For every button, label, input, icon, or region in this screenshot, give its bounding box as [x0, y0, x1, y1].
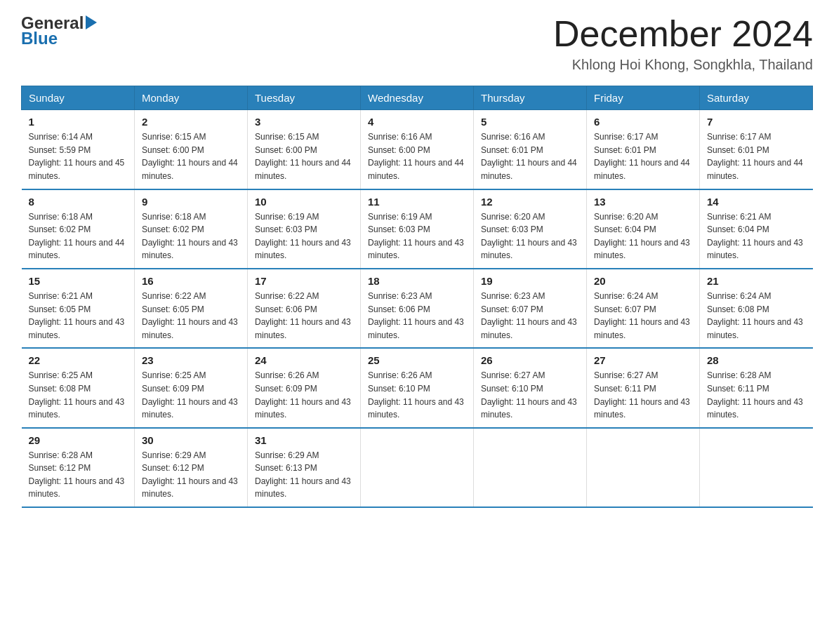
- day-info: Sunrise: 6:23 AMSunset: 6:07 PMDaylight:…: [481, 290, 579, 342]
- calendar-cell: 24 Sunrise: 6:26 AMSunset: 6:09 PMDaylig…: [248, 348, 361, 427]
- header-wednesday: Wednesday: [361, 86, 474, 110]
- week-row-3: 15 Sunrise: 6:21 AMSunset: 6:05 PMDaylig…: [22, 269, 813, 348]
- day-number: 13: [594, 196, 692, 208]
- header-sunday: Sunday: [22, 86, 135, 110]
- day-info: Sunrise: 6:24 AMSunset: 6:07 PMDaylight:…: [594, 290, 692, 342]
- day-number: 23: [142, 354, 240, 366]
- calendar-cell: 13 Sunrise: 6:20 AMSunset: 6:04 PMDaylig…: [587, 189, 700, 269]
- day-number: 31: [255, 434, 353, 446]
- day-info: Sunrise: 6:27 AMSunset: 6:11 PMDaylight:…: [594, 369, 692, 421]
- calendar-cell: 17 Sunrise: 6:22 AMSunset: 6:06 PMDaylig…: [248, 269, 361, 348]
- calendar-cell: 4 Sunrise: 6:16 AMSunset: 6:00 PMDayligh…: [361, 110, 474, 189]
- day-info: Sunrise: 6:20 AMSunset: 6:04 PMDaylight:…: [594, 210, 692, 262]
- day-number: 10: [255, 196, 353, 208]
- day-number: 29: [29, 434, 128, 446]
- day-info: Sunrise: 6:22 AMSunset: 6:06 PMDaylight:…: [255, 290, 353, 342]
- day-number: 11: [368, 196, 466, 208]
- calendar-cell: 21 Sunrise: 6:24 AMSunset: 6:08 PMDaylig…: [700, 269, 813, 348]
- week-row-5: 29 Sunrise: 6:28 AMSunset: 6:12 PMDaylig…: [22, 428, 813, 507]
- day-number: 12: [481, 196, 579, 208]
- calendar-cell: [700, 428, 813, 507]
- calendar-cell: [361, 428, 474, 507]
- header-tuesday: Tuesday: [248, 86, 361, 110]
- title-block: December 2024 Khlong Hoi Khong, Songkhla…: [553, 14, 813, 73]
- calendar-table: SundayMondayTuesdayWednesdayThursdayFrid…: [21, 86, 813, 508]
- day-info: Sunrise: 6:17 AMSunset: 6:01 PMDaylight:…: [707, 130, 806, 182]
- day-number: 9: [142, 196, 240, 208]
- calendar-cell: 25 Sunrise: 6:26 AMSunset: 6:10 PMDaylig…: [361, 348, 474, 427]
- calendar-header-row: SundayMondayTuesdayWednesdayThursdayFrid…: [22, 86, 813, 110]
- day-info: Sunrise: 6:29 AMSunset: 6:13 PMDaylight:…: [255, 449, 353, 501]
- day-number: 27: [594, 354, 692, 366]
- calendar-cell: 11 Sunrise: 6:19 AMSunset: 6:03 PMDaylig…: [361, 189, 474, 269]
- location: Khlong Hoi Khong, Songkhla, Thailand: [553, 57, 813, 73]
- calendar-cell: 20 Sunrise: 6:24 AMSunset: 6:07 PMDaylig…: [587, 269, 700, 348]
- day-number: 16: [142, 275, 240, 287]
- calendar-cell: 23 Sunrise: 6:25 AMSunset: 6:09 PMDaylig…: [135, 348, 248, 427]
- day-info: Sunrise: 6:28 AMSunset: 6:12 PMDaylight:…: [29, 449, 128, 501]
- logo-blue-text: Blue: [21, 29, 97, 48]
- calendar-cell: 15 Sunrise: 6:21 AMSunset: 6:05 PMDaylig…: [22, 269, 135, 348]
- svg-marker-0: [86, 15, 97, 29]
- day-number: 17: [255, 275, 353, 287]
- day-info: Sunrise: 6:15 AMSunset: 6:00 PMDaylight:…: [142, 130, 240, 182]
- header-saturday: Saturday: [700, 86, 813, 110]
- week-row-1: 1 Sunrise: 6:14 AMSunset: 5:59 PMDayligh…: [22, 110, 813, 189]
- calendar-cell: [587, 428, 700, 507]
- calendar-cell: 3 Sunrise: 6:15 AMSunset: 6:00 PMDayligh…: [248, 110, 361, 189]
- day-info: Sunrise: 6:29 AMSunset: 6:12 PMDaylight:…: [142, 449, 240, 501]
- day-number: 6: [594, 116, 692, 128]
- day-number: 20: [594, 275, 692, 287]
- day-info: Sunrise: 6:25 AMSunset: 6:08 PMDaylight:…: [29, 369, 128, 421]
- day-info: Sunrise: 6:19 AMSunset: 6:03 PMDaylight:…: [255, 210, 353, 262]
- day-number: 14: [707, 196, 806, 208]
- day-info: Sunrise: 6:26 AMSunset: 6:10 PMDaylight:…: [368, 369, 466, 421]
- calendar-cell: 1 Sunrise: 6:14 AMSunset: 5:59 PMDayligh…: [22, 110, 135, 189]
- calendar-cell: 6 Sunrise: 6:17 AMSunset: 6:01 PMDayligh…: [587, 110, 700, 189]
- page-header: General Blue December 2024 Khlong Hoi Kh…: [21, 14, 813, 73]
- day-info: Sunrise: 6:18 AMSunset: 6:02 PMDaylight:…: [142, 210, 240, 262]
- calendar-cell: 2 Sunrise: 6:15 AMSunset: 6:00 PMDayligh…: [135, 110, 248, 189]
- day-number: 25: [368, 354, 466, 366]
- day-info: Sunrise: 6:18 AMSunset: 6:02 PMDaylight:…: [29, 210, 128, 262]
- day-info: Sunrise: 6:16 AMSunset: 6:00 PMDaylight:…: [368, 130, 466, 182]
- calendar-cell: 31 Sunrise: 6:29 AMSunset: 6:13 PMDaylig…: [248, 428, 361, 507]
- week-row-4: 22 Sunrise: 6:25 AMSunset: 6:08 PMDaylig…: [22, 348, 813, 427]
- day-number: 3: [255, 116, 353, 128]
- day-info: Sunrise: 6:26 AMSunset: 6:09 PMDaylight:…: [255, 369, 353, 421]
- day-number: 15: [29, 275, 128, 287]
- calendar-cell: 8 Sunrise: 6:18 AMSunset: 6:02 PMDayligh…: [22, 189, 135, 269]
- calendar-cell: 7 Sunrise: 6:17 AMSunset: 6:01 PMDayligh…: [700, 110, 813, 189]
- day-info: Sunrise: 6:21 AMSunset: 6:05 PMDaylight:…: [29, 290, 128, 342]
- calendar-cell: 9 Sunrise: 6:18 AMSunset: 6:02 PMDayligh…: [135, 189, 248, 269]
- calendar-cell: 22 Sunrise: 6:25 AMSunset: 6:08 PMDaylig…: [22, 348, 135, 427]
- calendar-cell: 14 Sunrise: 6:21 AMSunset: 6:04 PMDaylig…: [700, 189, 813, 269]
- day-info: Sunrise: 6:20 AMSunset: 6:03 PMDaylight:…: [481, 210, 579, 262]
- calendar-cell: 10 Sunrise: 6:19 AMSunset: 6:03 PMDaylig…: [248, 189, 361, 269]
- day-info: Sunrise: 6:14 AMSunset: 5:59 PMDaylight:…: [29, 130, 128, 182]
- day-number: 7: [707, 116, 806, 128]
- calendar-cell: 30 Sunrise: 6:29 AMSunset: 6:12 PMDaylig…: [135, 428, 248, 507]
- day-number: 19: [481, 275, 579, 287]
- calendar-cell: [474, 428, 587, 507]
- day-number: 28: [707, 354, 806, 366]
- day-number: 5: [481, 116, 579, 128]
- day-info: Sunrise: 6:17 AMSunset: 6:01 PMDaylight:…: [594, 130, 692, 182]
- day-number: 18: [368, 275, 466, 287]
- calendar-cell: 5 Sunrise: 6:16 AMSunset: 6:01 PMDayligh…: [474, 110, 587, 189]
- calendar-cell: 19 Sunrise: 6:23 AMSunset: 6:07 PMDaylig…: [474, 269, 587, 348]
- month-title: December 2024: [553, 14, 813, 54]
- day-info: Sunrise: 6:21 AMSunset: 6:04 PMDaylight:…: [707, 210, 806, 262]
- day-info: Sunrise: 6:22 AMSunset: 6:05 PMDaylight:…: [142, 290, 240, 342]
- day-number: 8: [29, 196, 128, 208]
- day-number: 4: [368, 116, 466, 128]
- day-info: Sunrise: 6:15 AMSunset: 6:00 PMDaylight:…: [255, 130, 353, 182]
- day-info: Sunrise: 6:25 AMSunset: 6:09 PMDaylight:…: [142, 369, 240, 421]
- header-thursday: Thursday: [474, 86, 587, 110]
- day-number: 2: [142, 116, 240, 128]
- day-info: Sunrise: 6:27 AMSunset: 6:10 PMDaylight:…: [481, 369, 579, 421]
- header-monday: Monday: [135, 86, 248, 110]
- day-number: 21: [707, 275, 806, 287]
- day-number: 24: [255, 354, 353, 366]
- header-friday: Friday: [587, 86, 700, 110]
